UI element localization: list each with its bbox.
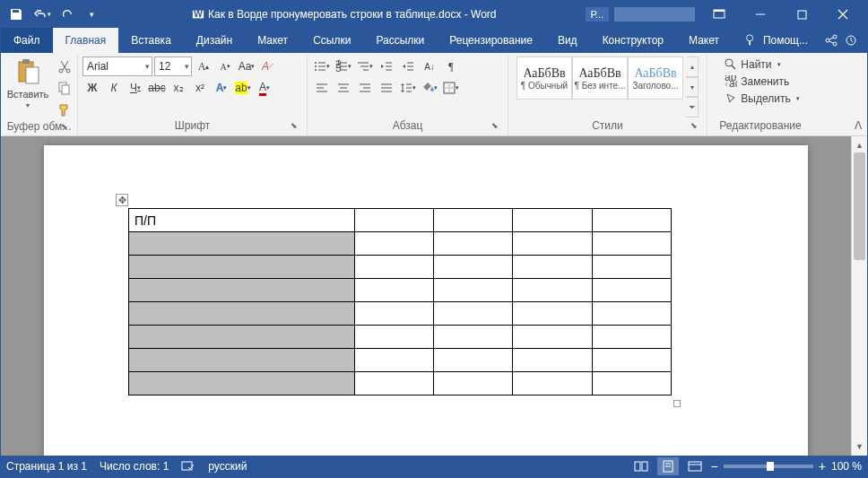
zoom-out-icon[interactable]: − — [711, 459, 718, 474]
highlight-icon[interactable]: ab▾ — [233, 78, 253, 98]
zoom-level[interactable]: 100 % — [831, 460, 862, 473]
table-row — [129, 279, 672, 302]
grow-font-icon[interactable]: A▴ — [194, 56, 213, 76]
paragraph-launcher-icon[interactable]: ⬊ — [489, 119, 501, 132]
align-right-icon[interactable] — [355, 78, 375, 98]
strike-button[interactable]: abc — [147, 78, 167, 98]
ribbon-options-icon[interactable] — [699, 1, 740, 28]
table-move-handle-icon[interactable]: ✥ — [116, 194, 128, 206]
sort-icon[interactable]: A↓ — [420, 56, 439, 76]
share-icon[interactable] — [824, 33, 838, 48]
format-painter-icon[interactable] — [55, 100, 74, 119]
show-marks-icon[interactable]: ¶ — [441, 56, 461, 76]
scroll-up-icon[interactable]: ▲ — [852, 138, 867, 152]
web-layout-icon[interactable] — [684, 457, 706, 475]
paste-button[interactable]: Вставить ▾ — [4, 56, 53, 111]
close-icon[interactable] — [822, 1, 864, 28]
align-left-icon[interactable] — [312, 78, 332, 98]
status-language[interactable]: русский — [208, 460, 247, 473]
increase-indent-icon[interactable] — [398, 56, 418, 76]
zoom-thumb[interactable] — [767, 462, 774, 471]
activity-icon[interactable] — [844, 33, 858, 48]
tab-file[interactable]: Файл — [1, 28, 53, 53]
user-name[interactable]: Р... — [586, 7, 609, 22]
style-no-spacing[interactable]: АаБбВв¶ Без инте... — [572, 56, 628, 100]
font-launcher-icon[interactable]: ⬊ — [288, 119, 300, 132]
svg-point-16 — [59, 69, 63, 73]
replace-button[interactable]: abacЗаменить — [721, 74, 803, 90]
page: ✥ П/П — [44, 145, 808, 456]
shading-icon[interactable]: ▾ — [420, 78, 439, 98]
multilevel-icon[interactable]: ▾ — [355, 56, 375, 76]
tab-references[interactable]: Ссылки — [300, 28, 363, 53]
redo-icon[interactable] — [55, 3, 78, 26]
font-name-combo[interactable]: Arial▾ — [82, 56, 152, 76]
tell-me-text[interactable]: Помощ... — [763, 34, 808, 47]
borders-icon[interactable]: ▾ — [441, 78, 461, 98]
status-page[interactable]: Страница 1 из 1 — [6, 460, 87, 473]
align-justify-icon[interactable] — [377, 78, 396, 98]
minimize-icon[interactable] — [740, 1, 781, 28]
table-row — [129, 302, 672, 326]
tab-mailings[interactable]: Рассылки — [363, 28, 437, 53]
svg-point-7 — [747, 35, 753, 41]
document-viewport[interactable]: ✥ П/П — [1, 136, 851, 456]
table-header-cell[interactable]: П/П — [129, 209, 355, 232]
tab-home[interactable]: Главная — [53, 28, 119, 53]
cut-icon[interactable] — [55, 56, 74, 76]
copy-icon[interactable] — [55, 78, 74, 98]
font-color-icon[interactable]: A▾ — [255, 78, 274, 98]
tab-insert[interactable]: Вставка — [118, 28, 184, 53]
qat-customize-icon[interactable]: ▾ — [80, 3, 103, 26]
scroll-down-icon[interactable]: ▼ — [852, 439, 867, 454]
bold-button[interactable]: Ж — [82, 78, 102, 98]
svg-rect-4 — [714, 10, 725, 12]
save-icon[interactable] — [4, 3, 28, 26]
shrink-font-icon[interactable]: A▾ — [215, 56, 235, 76]
svg-rect-8 — [749, 41, 751, 45]
select-button[interactable]: Выделить▾ — [721, 91, 803, 107]
font-size-combo[interactable]: 12▾ — [154, 56, 192, 76]
superscript-button[interactable]: x² — [190, 78, 210, 98]
zoom-in-icon[interactable]: + — [819, 459, 826, 474]
tab-view[interactable]: Вид — [545, 28, 590, 53]
tell-me-icon[interactable] — [743, 33, 758, 48]
underline-button[interactable]: Ч▾ — [126, 78, 145, 98]
change-case-icon[interactable]: Aa▾ — [237, 56, 256, 76]
tab-layout[interactable]: Макет — [245, 28, 300, 53]
cursor-icon — [725, 92, 737, 105]
zoom-slider[interactable] — [724, 465, 813, 468]
tab-review[interactable]: Рецензирование — [437, 28, 545, 53]
print-layout-icon[interactable] — [657, 457, 679, 475]
table-resize-handle-icon[interactable] — [673, 400, 681, 407]
read-mode-icon[interactable] — [630, 457, 652, 475]
document-table[interactable]: П/П — [128, 208, 672, 395]
table-row — [129, 232, 672, 256]
decrease-indent-icon[interactable] — [377, 56, 396, 76]
table-row — [129, 256, 672, 279]
bullets-icon[interactable]: ▾ — [312, 56, 332, 76]
clear-format-icon[interactable]: A — [258, 56, 278, 76]
scroll-thumb[interactable] — [854, 152, 865, 260]
collapse-ribbon-icon[interactable]: ᐱ — [849, 55, 867, 135]
subscript-button[interactable]: x₂ — [169, 78, 188, 98]
vertical-scrollbar[interactable]: ▲ ▼ — [851, 136, 867, 456]
tab-design[interactable]: Дизайн — [184, 28, 245, 53]
maximize-icon[interactable] — [781, 1, 822, 28]
style-heading1[interactable]: АаБбВвЗаголово... — [628, 56, 683, 100]
undo-icon[interactable]: ▾ — [30, 3, 53, 26]
tab-table-layout[interactable]: Макет — [676, 28, 732, 53]
status-spellcheck-icon[interactable] — [181, 460, 195, 473]
italic-button[interactable]: К — [104, 78, 124, 98]
line-spacing-icon[interactable]: ▾ — [398, 78, 418, 98]
clipboard-launcher-icon[interactable]: ⬊ — [58, 120, 71, 133]
text-effects-icon[interactable]: A▾ — [212, 78, 231, 98]
align-center-icon[interactable] — [334, 78, 353, 98]
styles-launcher-icon[interactable]: ⬊ — [688, 119, 700, 132]
style-normal[interactable]: АаБбВв¶ Обычный — [516, 56, 572, 100]
status-words[interactable]: Число слов: 1 — [100, 460, 169, 473]
tab-table-design[interactable]: Конструктор — [590, 28, 676, 53]
numbering-icon[interactable]: 123▾ — [334, 56, 353, 76]
find-button[interactable]: Найти▾ — [721, 56, 803, 73]
styles-more[interactable]: ▴▾⏷ — [686, 56, 699, 117]
